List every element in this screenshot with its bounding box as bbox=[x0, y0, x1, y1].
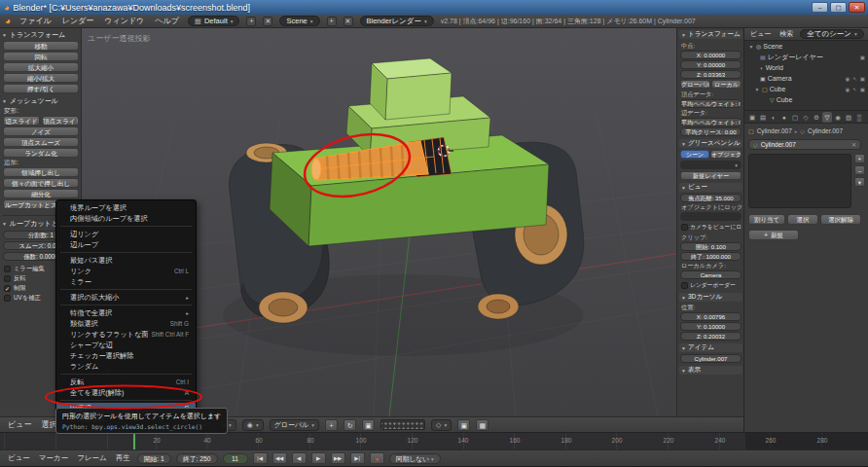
median-z-field[interactable]: Z: 0.03363 bbox=[680, 70, 741, 79]
menu-item-edge-ring[interactable]: 辺リング bbox=[56, 229, 196, 239]
menu-file[interactable]: ファイル bbox=[18, 16, 54, 26]
gp-datablock-field[interactable]: ▾ bbox=[680, 161, 741, 169]
cursor-panel-header[interactable]: ▼3Dカーソル bbox=[679, 293, 742, 302]
timeline-frame-menu[interactable]: フレーム bbox=[75, 453, 109, 463]
gp-object-toggle[interactable]: オブジェクト bbox=[710, 150, 741, 159]
extrude-individual-button[interactable]: 個々の面で押し出し bbox=[3, 178, 79, 188]
opengl-render-button[interactable]: ▣ bbox=[457, 419, 470, 431]
lock-camera-checkbox[interactable]: カメラをビューにロック bbox=[681, 223, 742, 232]
play-button[interactable]: ▶ bbox=[311, 452, 326, 464]
selectability-icon[interactable]: ↖ bbox=[852, 87, 857, 92]
menu-item-edge-loop[interactable]: 辺ループ bbox=[56, 239, 196, 250]
median-y-field[interactable]: Y: 0.00000 bbox=[680, 60, 741, 69]
title-bar[interactable]: ◕ Blender* [C:¥Users¥anazawa¥Downloads¥s… bbox=[0, 0, 868, 15]
render-tab-icon[interactable]: ▣ bbox=[747, 112, 757, 123]
group-specials-button[interactable]: ▾ bbox=[854, 177, 865, 187]
median-x-field[interactable]: X: 0.00000 bbox=[680, 51, 741, 59]
outliner-search-menu[interactable]: 検索 bbox=[778, 29, 795, 39]
select-button[interactable]: 選択 bbox=[787, 214, 818, 225]
prev-keyframe-button[interactable]: ◀◀ bbox=[272, 452, 287, 464]
vertex-bevel-field[interactable]: 平均ベベルウェイト: 0.00 bbox=[680, 99, 741, 108]
timeline-playback-menu[interactable]: 再生 bbox=[114, 453, 132, 463]
vertex-groups-list[interactable] bbox=[748, 154, 851, 208]
minimize-button[interactable]: – bbox=[812, 2, 828, 13]
item-panel-header[interactable]: ▼アイテム bbox=[679, 343, 742, 352]
noise-button[interactable]: ノイズ bbox=[3, 126, 79, 136]
menu-item-loop-inner-region[interactable]: 内側領域のループを選択 bbox=[56, 213, 196, 224]
outliner-row-world[interactable]: ◐ World bbox=[744, 62, 868, 73]
shrink-fatten-button[interactable]: 縮小/拡大 bbox=[3, 73, 79, 83]
edge-bevel-field[interactable]: 平均ベベルウェイト: 0.00 bbox=[680, 118, 741, 126]
play-reverse-button[interactable]: ◀ bbox=[292, 452, 307, 464]
menu-item-random[interactable]: ランダム bbox=[56, 361, 196, 372]
frame-start-field[interactable]: 開始: 1 bbox=[137, 453, 171, 464]
visibility-icon[interactable]: ◉ bbox=[845, 87, 850, 92]
scene-tab-icon[interactable]: ◐ bbox=[769, 112, 778, 123]
local-toggle[interactable]: ローカル bbox=[711, 80, 741, 89]
clip-end-field[interactable]: 終了: 1000.000 bbox=[680, 252, 741, 261]
menu-item-mirror[interactable]: ミラー bbox=[56, 276, 196, 287]
view-panel-header[interactable]: ▼ビュー bbox=[679, 183, 742, 192]
lens-field[interactable]: 焦点距離: 35.000 bbox=[680, 194, 741, 202]
menu-item-all-by-trait[interactable]: 特徴で全選択▸ bbox=[56, 307, 196, 318]
expand-icon[interactable]: ▼ bbox=[748, 44, 754, 50]
remove-group-button[interactable]: – bbox=[854, 165, 865, 175]
outliner-row-cube-mesh[interactable]: ▽ Cube bbox=[744, 94, 868, 105]
manipulator-rotate-button[interactable]: ↻ bbox=[344, 419, 356, 431]
record-button[interactable]: ● bbox=[370, 452, 384, 464]
grease-pencil-panel-header[interactable]: ▼グリースペンシル bbox=[679, 139, 742, 148]
selectability-icon[interactable]: ↖ bbox=[852, 76, 857, 82]
renderability-icon[interactable]: ▣ bbox=[860, 87, 865, 92]
object-tab-icon[interactable]: ▢ bbox=[790, 112, 800, 123]
transform-panel-header[interactable]: ▼トランスフォーム bbox=[679, 30, 742, 39]
render-layers-tab-icon[interactable]: ▤ bbox=[758, 112, 768, 123]
menu-item-linked[interactable]: リンクCtrl L bbox=[56, 266, 196, 276]
mesh-tools-panel-header[interactable]: ▼ メッシュツール bbox=[2, 96, 80, 106]
frame-end-field[interactable]: 終了: 250 bbox=[176, 453, 218, 464]
outliner-row-scene[interactable]: ▼ ◎ Scene bbox=[744, 41, 868, 52]
outliner-row-renderlayers[interactable]: ▤ レンダーレイヤー ▣ bbox=[744, 52, 868, 62]
menu-item-inverse[interactable]: 反転Ctrl I bbox=[56, 377, 196, 387]
outliner-view-menu[interactable]: ビュー bbox=[748, 29, 773, 39]
extrude-region-button[interactable]: 領域押し出し bbox=[3, 167, 79, 177]
cursor-x-field[interactable]: X: 0.00796 bbox=[680, 312, 741, 321]
texture-tab-icon[interactable]: ▨ bbox=[844, 112, 853, 123]
material-tab-icon[interactable]: ◉ bbox=[833, 112, 843, 123]
menu-item-more-less[interactable]: 選択の拡大縮小▸ bbox=[56, 292, 196, 303]
pivot-point-selector[interactable]: ◉ ▾ bbox=[242, 419, 264, 431]
smooth-vertex-button[interactable]: 頂点スムーズ bbox=[3, 137, 79, 147]
constraints-tab-icon[interactable]: ◇ bbox=[801, 112, 811, 123]
subdivide-button[interactable]: 細分化 bbox=[3, 189, 79, 198]
menu-item-select-all[interactable]: 全てを選択(解除)A bbox=[56, 387, 196, 398]
transform-orientation-selector[interactable]: グローバル ▾ bbox=[270, 419, 319, 431]
timeline-ruler[interactable]: 20 40 60 80 100 120 140 160 180 200 220 … bbox=[0, 432, 868, 449]
next-keyframe-button[interactable]: ▶▶ bbox=[331, 452, 345, 464]
view-menu[interactable]: ビュー bbox=[6, 419, 33, 430]
close-button[interactable]: ✕ bbox=[849, 2, 865, 13]
menu-item-checker-deselect[interactable]: チェッカー選択解除 bbox=[56, 350, 196, 361]
outliner-row-cube[interactable]: ▼ ▢ Cube ◉ ↖ ▣ bbox=[744, 84, 868, 94]
edge-crease-field[interactable]: 平均クリース: 0.00 bbox=[680, 127, 741, 136]
renderability-icon[interactable]: ▣ bbox=[860, 76, 865, 82]
breadcrumb-data[interactable]: Cylinder.007 bbox=[808, 127, 843, 134]
render-border-checkbox[interactable]: レンダーボーダー bbox=[681, 281, 742, 290]
translate-button[interactable]: 移動 bbox=[3, 41, 79, 51]
rotate-button[interactable]: 回転 bbox=[3, 52, 79, 61]
timeline-view-menu[interactable]: ビュー bbox=[6, 453, 32, 463]
vertex-slide-button[interactable]: 頂点スライド bbox=[42, 116, 79, 126]
add-layout-button[interactable]: + bbox=[246, 17, 256, 26]
randomize-button[interactable]: ランダム化 bbox=[3, 148, 79, 158]
mesh-name-field[interactable]: ◇ Cylinder.007 ✕ bbox=[748, 139, 861, 150]
scene-selector[interactable]: Scene ▾ bbox=[279, 16, 319, 26]
unlink-icon[interactable]: ✕ bbox=[851, 141, 856, 148]
current-frame-marker[interactable] bbox=[133, 433, 135, 450]
menu-window[interactable]: ウィンドウ bbox=[102, 16, 146, 26]
clip-start-field[interactable]: 開始: 0.100 bbox=[680, 242, 741, 251]
menu-item-linked-flat-faces[interactable]: リンクするフラットな面Shift Ctrl Alt F bbox=[56, 329, 196, 340]
jump-to-start-button[interactable]: |◀ bbox=[253, 452, 268, 464]
scale-button[interactable]: 拡大縮小 bbox=[3, 62, 79, 72]
deselect-button[interactable]: 選択解除 bbox=[820, 214, 861, 225]
global-toggle[interactable]: グローバル bbox=[680, 80, 710, 89]
screen-layout-selector[interactable]: ▦ Default ▾ bbox=[188, 16, 240, 26]
menu-render[interactable]: レンダー bbox=[60, 16, 96, 26]
